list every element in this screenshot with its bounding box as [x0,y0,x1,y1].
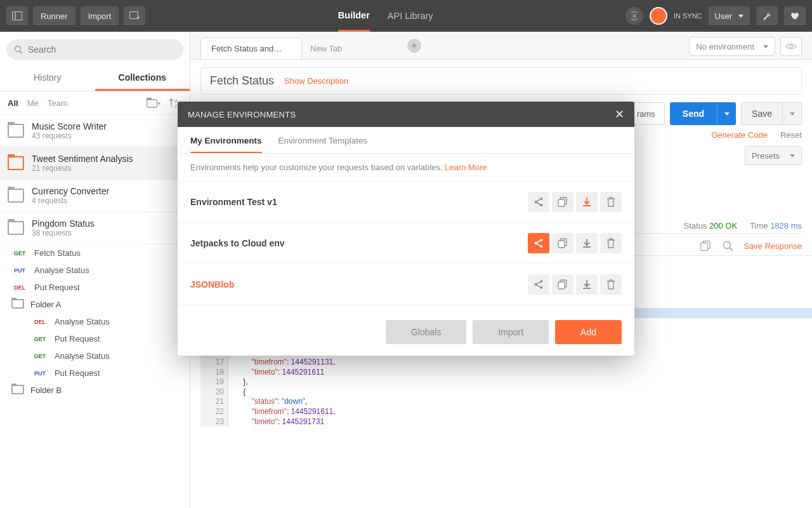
environment-name: Jetpacks to Cloud env [190,238,285,248]
modal-tab-templates[interactable]: Environment Templates [278,136,368,153]
share-icon [534,197,544,207]
topbar-right: IN SYNC User [625,6,806,25]
delete-env-button[interactable] [600,192,622,212]
svg-rect-33 [558,241,565,248]
heart-icon [790,11,800,20]
activity-button[interactable] [625,7,643,25]
import-button[interactable]: Import [81,6,119,25]
download-env-button[interactable] [576,274,598,295]
tab-api-library[interactable]: API Library [388,0,433,32]
modal-footer: Globals Import Add [178,311,634,356]
user-dropdown[interactable]: User [709,6,750,25]
modal-info: Environments help your customize your re… [178,154,634,182]
svg-line-39 [537,285,540,287]
svg-line-38 [537,282,540,284]
manage-environments-modal: MANAGE ENVIRONMENTS ✕ My Environments En… [178,102,634,356]
duplicate-env-button[interactable] [552,233,573,253]
download-env-button[interactable] [576,192,598,212]
environment-name: Environment Test v1 [190,197,277,207]
environment-row[interactable]: Environment Test v1 [178,182,634,223]
modal-tab-my-environments[interactable]: My Environments [190,136,262,153]
import-env-button[interactable]: Import [473,320,549,344]
download-icon [582,279,592,290]
window-plus-icon [129,11,140,20]
svg-point-5 [633,15,636,17]
share-env-button[interactable] [528,233,549,253]
duplicate-icon [558,238,568,248]
sync-label: IN SYNC [674,12,702,20]
environment-row[interactable]: JSONBlob [178,264,634,305]
sidebar-toggle-button[interactable] [6,6,28,25]
close-icon[interactable]: ✕ [615,107,624,121]
download-env-button[interactable] [576,233,598,253]
user-label: User [715,11,732,21]
sync-indicator[interactable] [650,7,667,25]
share-icon [534,279,544,290]
share-env-button[interactable] [528,192,549,212]
chevron-down-icon [738,15,743,18]
trash-icon [606,197,615,207]
environment-actions [528,233,622,253]
trash-icon [606,238,615,248]
settings-button[interactable] [756,6,778,25]
modal-header: MANAGE ENVIRONMENTS ✕ [178,102,634,127]
new-window-button[interactable] [124,6,145,25]
environment-row[interactable]: Jetpacks to Cloud env [178,223,634,264]
modal-info-text: Environments help your customize your re… [190,163,442,172]
runner-button[interactable]: Runner [33,6,75,25]
svg-line-23 [537,203,540,204]
tab-builder[interactable]: Builder [338,0,370,32]
svg-line-31 [537,244,540,246]
globals-button[interactable]: Globals [386,320,466,344]
share-icon [534,238,544,248]
duplicate-env-button[interactable] [552,192,573,212]
satellite-icon [630,11,639,20]
add-env-button[interactable]: Add [555,320,622,344]
modal-tabs: My Environments Environment Templates [178,127,634,154]
panel-icon [12,11,22,20]
topbar-center: Builder API Library [150,0,620,32]
wrench-icon [762,11,772,20]
environment-name: JSONBlob [190,279,234,290]
favorite-button[interactable] [784,6,806,25]
topbar: Runner Import Builder API Library IN SYN… [0,0,812,32]
download-icon [582,238,592,248]
duplicate-icon [558,279,568,290]
duplicate-icon [558,197,568,207]
environment-actions [528,274,622,295]
trash-icon [606,279,615,290]
delete-env-button[interactable] [600,233,622,253]
share-env-button[interactable] [528,274,549,295]
modal-overlay: MANAGE ENVIRONMENTS ✕ My Environments En… [0,32,812,508]
delete-env-button[interactable] [600,274,622,295]
svg-line-22 [537,199,540,201]
download-icon [582,197,592,207]
svg-rect-41 [558,282,565,289]
duplicate-env-button[interactable] [552,274,573,295]
svg-line-30 [537,241,540,243]
environment-actions [528,192,622,212]
learn-more-link[interactable]: Learn More [445,163,487,172]
modal-title: MANAGE ENVIRONMENTS [188,110,296,119]
svg-rect-2 [130,12,138,19]
svg-rect-0 [13,12,22,20]
svg-rect-25 [558,199,565,206]
